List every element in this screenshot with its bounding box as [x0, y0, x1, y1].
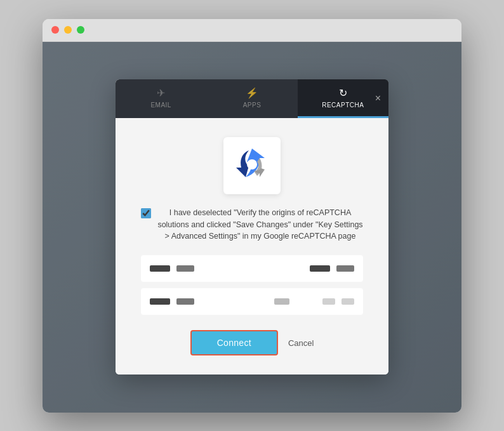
recaptcha-logo [223, 137, 281, 194]
minimize-traffic-light[interactable] [64, 26, 72, 34]
browser-body: ✈ EMAIL ⚡ APPS ↻ RECAPTCHA × [43, 42, 461, 413]
field-block-2b [176, 298, 194, 305]
modal-dialog: ✈ EMAIL ⚡ APPS ↻ RECAPTCHA × [116, 79, 388, 375]
close-traffic-light[interactable] [51, 26, 59, 34]
modal-body: I have deselected "Verify the origins of… [116, 118, 388, 375]
recaptcha-icon [233, 145, 271, 186]
field-block-1b [176, 265, 194, 272]
field-block-2a [150, 298, 170, 305]
field-block-2d [322, 298, 335, 305]
titlebar [43, 19, 461, 42]
checkbox-wrapper[interactable] [141, 208, 151, 222]
email-icon: ✈ [157, 87, 166, 99]
field-block-2e [342, 298, 354, 305]
tab-apps-label: APPS [243, 102, 262, 109]
recaptcha-tab-icon: ↻ [339, 87, 348, 99]
apps-icon: ⚡ [246, 87, 259, 99]
verification-checkbox-area: I have deselected "Verify the origins of… [141, 207, 363, 242]
modal-tabs: ✈ EMAIL ⚡ APPS ↻ RECAPTCHA × [116, 79, 388, 118]
svg-point-0 [247, 159, 257, 169]
tab-email[interactable]: ✈ EMAIL [116, 79, 206, 118]
connect-button[interactable]: Connect [190, 330, 278, 355]
button-row: Connect Cancel [190, 330, 314, 355]
form-row-2 [141, 288, 363, 315]
checkbox-label: I have deselected "Verify the origins of… [157, 207, 363, 242]
form-row-1 [141, 255, 363, 282]
field-block-1d [336, 265, 354, 272]
tab-email-label: EMAIL [150, 102, 171, 109]
field-block-2c [274, 298, 289, 305]
tab-apps[interactable]: ⚡ APPS [206, 79, 297, 118]
browser-window: ✈ EMAIL ⚡ APPS ↻ RECAPTCHA × [43, 19, 461, 413]
modal-overlay: ✈ EMAIL ⚡ APPS ↻ RECAPTCHA × [43, 42, 461, 413]
tab-recaptcha-label: RECAPTCHA [322, 102, 364, 109]
field-block-1a [150, 265, 170, 272]
field-block-1c [310, 265, 330, 272]
modal-close-button[interactable]: × [375, 93, 381, 103]
cancel-button[interactable]: Cancel [288, 338, 314, 348]
form-section [141, 255, 363, 315]
maximize-traffic-light[interactable] [77, 26, 84, 34]
verification-checkbox[interactable] [141, 208, 151, 218]
